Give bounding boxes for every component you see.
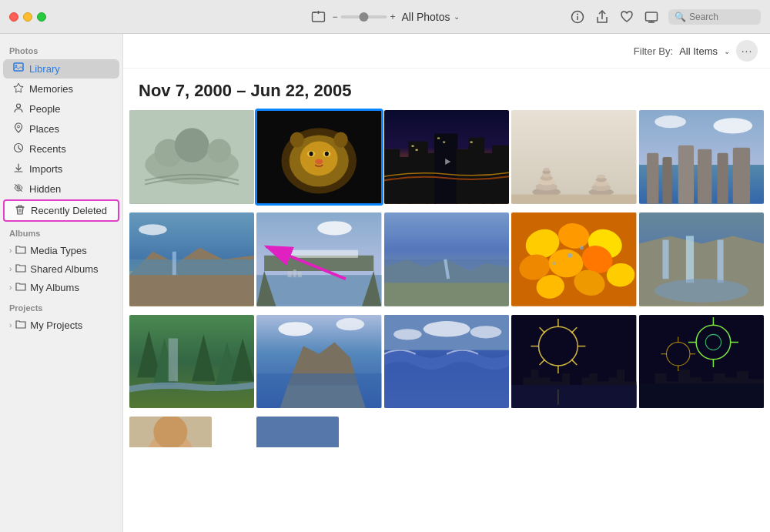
svg-rect-72 xyxy=(698,149,711,204)
photo-cell-forest-stream[interactable] xyxy=(129,315,254,409)
zoom-minus-icon[interactable]: − xyxy=(332,12,337,22)
slideshow-icon[interactable] xyxy=(644,9,659,25)
add-to-album-icon[interactable] xyxy=(310,9,326,25)
search-icon: 🔍 xyxy=(675,12,686,22)
shared-albums-label: Shared Albums xyxy=(30,263,98,275)
share-icon[interactable] xyxy=(594,9,610,25)
svg-rect-74 xyxy=(732,148,749,204)
svg-point-24 xyxy=(207,139,230,162)
all-photos-label: All Photos xyxy=(401,11,450,23)
close-button[interactable] xyxy=(9,12,18,22)
shared-albums-folder-icon xyxy=(15,263,27,275)
photo-cell-colorful-leaves[interactable] xyxy=(511,212,636,306)
photo-cell-sea-waves[interactable] xyxy=(384,315,509,409)
my-projects-folder-icon xyxy=(15,320,27,331)
svg-rect-80 xyxy=(172,252,176,275)
people-icon xyxy=(12,102,25,115)
sidebar-item-imports-label: Imports xyxy=(29,163,62,175)
sidebar-item-recents[interactable]: Recents xyxy=(3,139,119,159)
sidebar-item-people[interactable]: People xyxy=(3,99,119,119)
photo-cell-sea-coast2[interactable] xyxy=(384,212,509,306)
sidebar-item-recently-deleted-label: Recently Deleted xyxy=(31,205,107,216)
sidebar-item-recently-deleted[interactable]: Recently Deleted xyxy=(3,199,119,222)
svg-rect-86 xyxy=(293,269,296,277)
date-heading: Nov 7, 2000 – Jun 22, 2005 xyxy=(123,69,770,110)
svg-rect-130 xyxy=(511,385,636,408)
sidebar-group-my-projects[interactable]: › My Projects xyxy=(3,316,119,334)
photo-grid-row-3 xyxy=(123,315,770,415)
zoom-slider-thumb[interactable] xyxy=(359,12,368,22)
sidebar-item-imports[interactable]: Imports xyxy=(3,159,119,179)
title-bar: − + All Photos ⌄ xyxy=(0,0,770,34)
photo-cell-waterfall1[interactable] xyxy=(639,212,764,306)
photo-grid-row-2 xyxy=(123,212,770,313)
photo-cell-rocky-island[interactable] xyxy=(256,315,381,409)
sidebar-group-shared-albums[interactable]: › Shared Albums xyxy=(3,260,119,278)
svg-rect-144 xyxy=(639,383,764,408)
more-button[interactable]: ··· xyxy=(736,40,758,62)
filter-value[interactable]: All Items xyxy=(679,45,718,57)
filter-by-label: Filter By: xyxy=(634,45,673,57)
minimize-button[interactable] xyxy=(23,12,32,22)
photo-cell-fireworks1[interactable] xyxy=(511,315,636,409)
sidebar-group-media-types[interactable]: › Media Types xyxy=(3,242,119,259)
favorite-icon[interactable] xyxy=(619,9,634,25)
filter-bar: Filter By: All Items ⌄ ··· xyxy=(123,34,770,69)
filter-chevron-icon: ⌄ xyxy=(724,47,730,55)
photo-cell-fireworks2[interactable] xyxy=(639,315,764,409)
photo-cell-city-night[interactable] xyxy=(384,110,509,204)
svg-rect-6 xyxy=(646,12,658,21)
media-types-chevron-icon: › xyxy=(9,246,12,255)
svg-point-101 xyxy=(567,253,572,258)
toolbar-right: 🔍 xyxy=(570,9,761,25)
svg-rect-53 xyxy=(511,110,636,204)
info-icon[interactable] xyxy=(570,9,585,25)
svg-rect-79 xyxy=(129,259,254,275)
photo-cell-zen-garden[interactable] xyxy=(129,110,254,204)
svg-rect-85 xyxy=(288,271,292,277)
svg-point-108 xyxy=(654,279,748,302)
svg-rect-50 xyxy=(443,142,445,143)
photo-cell-sea-coast1[interactable] xyxy=(129,212,254,306)
zoom-slider[interactable] xyxy=(340,15,387,18)
my-albums-folder-icon xyxy=(15,282,27,293)
svg-rect-110 xyxy=(169,338,178,381)
photo-cell-stacked-stones[interactable] xyxy=(511,110,636,204)
svg-rect-47 xyxy=(411,146,413,147)
maximize-button[interactable] xyxy=(37,12,46,22)
svg-point-23 xyxy=(175,128,209,162)
svg-point-29 xyxy=(290,132,304,147)
svg-rect-71 xyxy=(678,146,693,204)
svg-rect-49 xyxy=(437,138,440,139)
svg-point-102 xyxy=(580,246,584,249)
svg-rect-107 xyxy=(717,239,723,283)
media-types-label: Media Types xyxy=(30,245,86,256)
library-icon xyxy=(12,62,25,75)
photo-cell-partial-2[interactable] xyxy=(256,417,339,447)
sidebar-item-hidden[interactable]: Hidden xyxy=(3,179,119,199)
photo-cell-coastal-cliffs[interactable] xyxy=(639,110,764,204)
search-box[interactable]: 🔍 xyxy=(668,9,761,25)
svg-point-30 xyxy=(334,132,348,147)
recently-deleted-icon xyxy=(14,204,26,217)
svg-point-13 xyxy=(18,125,20,128)
photo-grid-row-1 xyxy=(123,110,770,210)
photo-cell-lion[interactable] xyxy=(256,110,381,204)
sidebar-group-my-albums[interactable]: › My Albums xyxy=(3,279,119,296)
sidebar-item-library[interactable]: Library xyxy=(3,59,119,79)
photo-cell-table-mountain[interactable] xyxy=(256,212,381,306)
zoom-slider-container: − + xyxy=(332,12,395,22)
svg-point-147 xyxy=(153,417,187,447)
photo-cell-partial-person[interactable] xyxy=(129,417,212,447)
projects-section-label: Projects xyxy=(0,297,122,316)
svg-point-114 xyxy=(336,318,365,330)
search-input[interactable] xyxy=(689,12,751,22)
zoom-plus-icon[interactable]: + xyxy=(390,12,395,22)
sidebar-item-places[interactable]: Places xyxy=(3,119,119,139)
sidebar-item-memories[interactable]: Memories xyxy=(3,79,119,99)
chevron-updown-icon: ⌄ xyxy=(454,12,460,21)
svg-point-60 xyxy=(544,168,550,171)
all-photos-selector[interactable]: All Photos ⌄ xyxy=(401,11,459,23)
svg-point-103 xyxy=(553,262,556,265)
albums-section-label: Albums xyxy=(0,223,122,241)
